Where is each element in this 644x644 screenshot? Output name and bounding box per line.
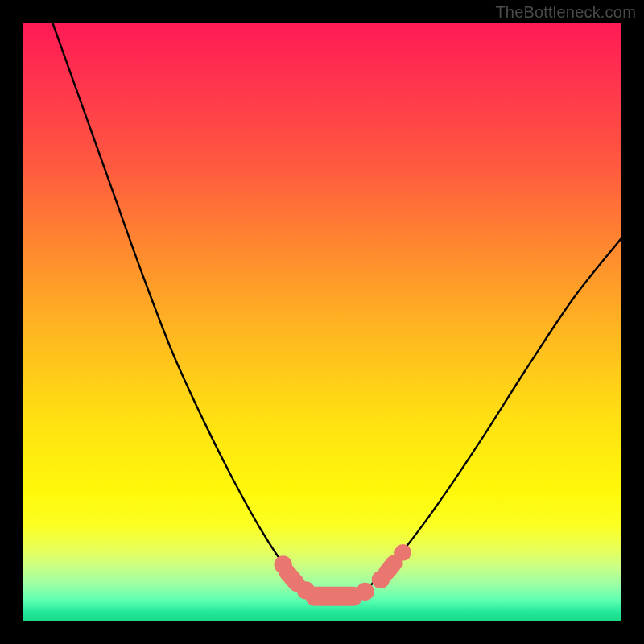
marker-dot — [394, 544, 411, 561]
marker-pill — [287, 572, 297, 584]
curve-layer — [52, 23, 621, 598]
marker-pill — [386, 564, 394, 572]
curve-path — [52, 23, 621, 598]
marker-dot — [356, 583, 374, 601]
chart-svg — [23, 23, 621, 621]
marker-layer — [274, 544, 411, 601]
watermark-text: TheBottleneck.com — [495, 3, 636, 22]
chart-frame: TheBottleneck.com — [0, 0, 644, 644]
plot-area — [23, 23, 621, 621]
